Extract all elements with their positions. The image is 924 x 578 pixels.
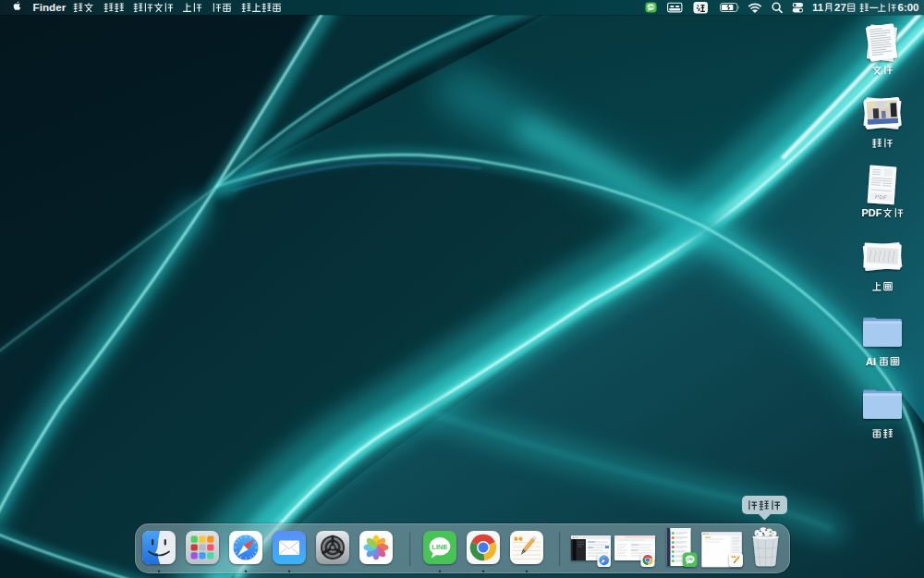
svg-text:Finder: Finder bbox=[33, 1, 67, 13]
svg-text:6:00: 6:00 bbox=[898, 2, 919, 13]
svg-text:LINE: LINE bbox=[647, 6, 655, 9]
svg-text:LINE: LINE bbox=[432, 543, 447, 551]
svg-text:AI: AI bbox=[866, 356, 876, 367]
svg-text:27: 27 bbox=[834, 2, 846, 13]
svg-text:LINE: LINE bbox=[687, 558, 693, 561]
svg-text:PDF: PDF bbox=[875, 194, 887, 201]
svg-text:PDF: PDF bbox=[862, 207, 882, 218]
svg-text:11: 11 bbox=[812, 2, 824, 13]
